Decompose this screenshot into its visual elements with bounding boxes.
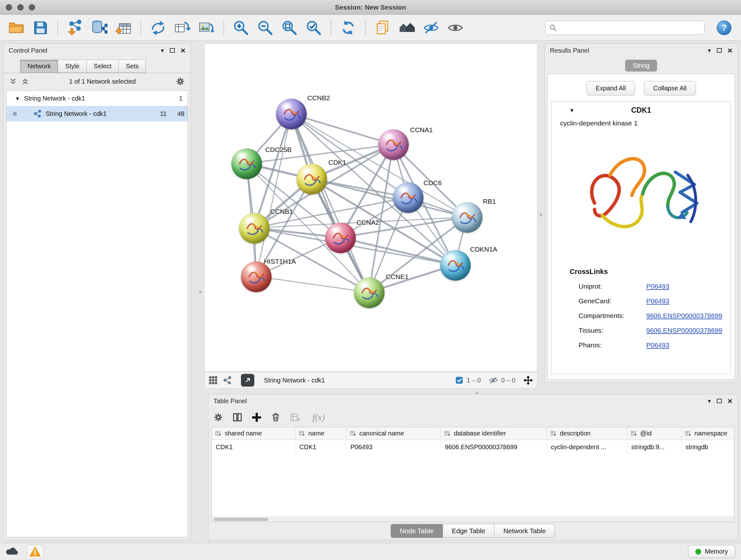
apply-preferred-layout-button[interactable] — [338, 18, 358, 38]
crosslink-link[interactable]: P06493 — [646, 297, 669, 305]
expand-all-button[interactable]: Expand All — [586, 81, 635, 96]
network-node-ccnb1[interactable] — [239, 213, 270, 244]
collapse-all-button[interactable]: Collapse All — [644, 81, 696, 96]
network-row-selected[interactable]: String Network - cdk1 11 48 — [6, 106, 188, 121]
scrollbar-thumb[interactable] — [214, 518, 268, 521]
close-panel-icon[interactable]: × — [728, 46, 732, 55]
crosslink-link[interactable]: P06493 — [646, 283, 669, 290]
float-panel-icon[interactable] — [170, 48, 175, 53]
refresh-icon — [340, 19, 356, 36]
network-node-label: CCNA1 — [410, 126, 433, 134]
column-header-name[interactable]: name — [295, 427, 347, 440]
cloud-button[interactable] — [6, 546, 20, 557]
table-horizontal-scrollbar[interactable] — [212, 516, 734, 522]
show-all-button[interactable] — [446, 18, 465, 38]
tree-expander-icon[interactable]: ▾ — [16, 95, 19, 102]
column-header-namespace[interactable]: namespace — [682, 427, 734, 440]
table-settings-button[interactable] — [213, 413, 223, 422]
tab-node-table[interactable]: Node Table — [391, 524, 443, 538]
column-header-id[interactable]: @id — [627, 427, 682, 440]
close-panel-icon[interactable]: × — [728, 397, 732, 405]
move-crosshair-icon[interactable] — [523, 375, 533, 385]
network-node-ccna1[interactable] — [378, 129, 409, 160]
node-table: shared namenamecanonical namedatabase id… — [212, 427, 734, 522]
left-splitter-handle[interactable] — [199, 291, 202, 294]
node-details-header[interactable]: ▾ CDK1 — [552, 102, 731, 119]
copy-document-button[interactable] — [373, 18, 393, 38]
window-title: Session: New Session — [0, 0, 741, 14]
column-header-canonical-name[interactable]: canonical name — [347, 427, 441, 440]
open-file-button[interactable] — [6, 18, 26, 38]
tab-sets[interactable]: Sets — [118, 60, 146, 73]
memory-button[interactable]: Memory — [688, 545, 735, 558]
zoom-selected-button[interactable] — [304, 18, 324, 38]
panel-menu-icon[interactable]: ▾ — [708, 397, 711, 405]
network-node-cdc6[interactable] — [393, 182, 423, 213]
import-network-from-file-button[interactable] — [65, 18, 85, 38]
network-edge[interactable] — [256, 276, 369, 293]
import-network-from-database-button[interactable] — [89, 18, 109, 38]
network-edge[interactable] — [340, 238, 455, 265]
network-node-ccne1[interactable] — [354, 277, 385, 308]
network-node-ccnb2[interactable] — [276, 99, 307, 129]
export-network-button[interactable] — [172, 18, 192, 38]
network-edge[interactable] — [291, 114, 369, 293]
fit-content-button[interactable] — [280, 18, 299, 38]
help-button[interactable]: ? — [717, 20, 731, 35]
tab-edge-table[interactable]: Edge Table — [443, 524, 495, 538]
network-node-label: CDC6 — [423, 179, 442, 187]
panel-menu-icon[interactable]: ▾ — [708, 47, 711, 54]
collapse-all-icon[interactable] — [9, 78, 17, 85]
save-session-button[interactable] — [30, 18, 51, 38]
float-panel-icon[interactable] — [717, 48, 722, 53]
network-node-rb1[interactable] — [452, 202, 482, 233]
delete-column-button[interactable] — [271, 413, 280, 422]
function-builder-button[interactable]: f(x) — [313, 412, 325, 422]
warnings-button[interactable] — [27, 545, 44, 559]
trash-icon — [271, 413, 280, 422]
network-node-hist1h1a[interactable] — [241, 261, 272, 292]
show-columns-button[interactable] — [232, 413, 242, 422]
network-collection-row[interactable]: ▾ String Network - cdk1 1 — [6, 91, 188, 106]
birdseye-view-button[interactable] — [208, 375, 218, 385]
tab-style[interactable]: Style — [58, 60, 86, 73]
column-header-shared-name[interactable]: shared name — [212, 427, 295, 440]
crosslink-link[interactable]: P06493 — [646, 341, 669, 349]
network-node-cdkn1a[interactable] — [440, 250, 471, 281]
tab-network-table[interactable]: Network Table — [494, 524, 555, 538]
tab-select[interactable]: Select — [86, 60, 119, 73]
hide-selected-button[interactable] — [421, 18, 441, 38]
crosslink-link[interactable]: 9606.ENSP00000378699 — [646, 312, 722, 320]
open-in-new-window-button[interactable] — [241, 374, 254, 387]
network-node-cdc25b[interactable] — [231, 148, 262, 179]
title-bar: Session: New Session — [0, 0, 741, 15]
add-column-button[interactable] — [252, 413, 261, 422]
search-input[interactable] — [560, 24, 700, 32]
import-table-from-file-button[interactable] — [114, 18, 133, 38]
expand-all-icon[interactable] — [21, 78, 29, 85]
gear-icon[interactable] — [176, 77, 185, 86]
search-field[interactable] — [545, 21, 704, 35]
column-header-database-identifier[interactable]: database identifier — [441, 427, 547, 440]
export-image-button[interactable] — [197, 18, 216, 38]
zoom-out-button[interactable] — [255, 18, 275, 38]
table-row[interactable]: CDK1CDK1P064939606.ENSP00000378699cyclin… — [212, 440, 734, 454]
zoom-in-button[interactable] — [231, 18, 251, 38]
entry-expander-icon[interactable]: ▾ — [570, 106, 574, 114]
tab-string[interactable]: String — [625, 60, 657, 71]
panel-menu-icon[interactable]: ▾ — [161, 47, 164, 54]
network-canvas[interactable]: CCNB2CCNA1CDC25BCDK1CDC6RB1CCNB1CCNA2CDK… — [204, 44, 537, 372]
hidden-eye-slash-icon[interactable] — [488, 375, 498, 385]
tab-network[interactable]: Network — [20, 60, 58, 73]
selected-checkbox-icon[interactable] — [455, 376, 463, 384]
close-panel-icon[interactable]: × — [181, 46, 185, 55]
right-splitter-handle[interactable] — [539, 213, 542, 216]
new-network-from-selection-button[interactable] — [148, 18, 168, 38]
home-button[interactable] — [397, 18, 417, 38]
column-header-description[interactable]: description — [547, 427, 627, 440]
network-node-ccna2[interactable] — [325, 223, 356, 253]
network-share-button[interactable] — [223, 376, 232, 385]
crosslink-link[interactable]: 9606.ENSP00000378699 — [646, 327, 722, 334]
float-panel-icon[interactable] — [717, 399, 722, 403]
network-node-cdk1[interactable] — [296, 164, 327, 194]
